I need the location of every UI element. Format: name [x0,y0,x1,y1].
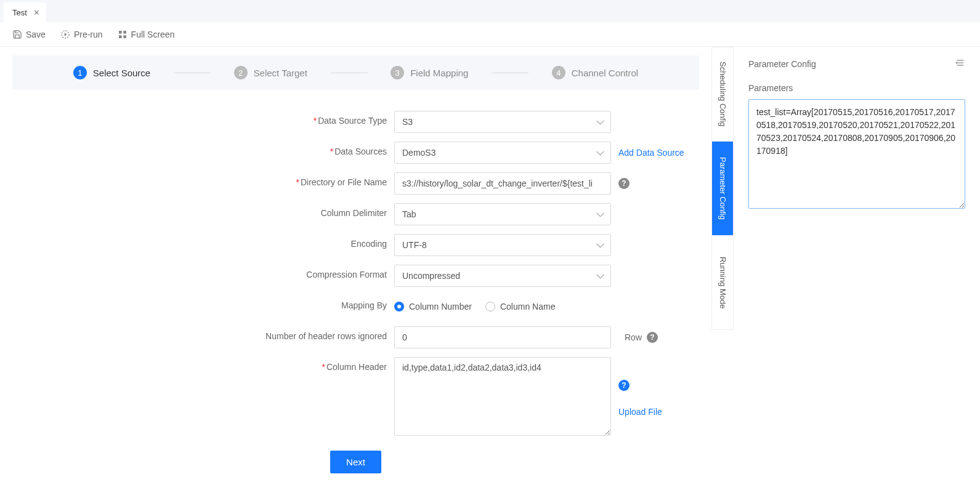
panel-title: Parameter Config [748,59,816,69]
stepper: 1 Select Source 2 Select Target 3 Field … [12,55,699,90]
svg-rect-3 [123,31,126,34]
tab-bar: Test ✕ [0,0,980,22]
parameter-config-panel: Parameter Config Parameters test_list=Ar… [734,47,980,490]
prerun-label: Pre-run [74,30,103,39]
label-header-rows: Number of header rows ignored [12,326,394,341]
save-button[interactable]: Save [12,30,46,39]
vtab-scheduling-config[interactable]: Scheduling Config [712,47,733,142]
data-sources-select[interactable]: DemoS3 [394,142,611,164]
tab-title: Test [12,8,27,17]
fullscreen-label: Full Screen [131,30,175,39]
help-icon[interactable]: ? [618,380,630,391]
radio-dot-icon [485,302,495,311]
content-area: 1 Select Source 2 Select Target 3 Field … [0,47,711,490]
collapse-icon[interactable] [955,58,965,70]
step-label-3: Field Mapping [410,68,468,78]
step-separator [492,73,528,73]
svg-rect-5 [123,35,126,38]
column-header-textarea[interactable]: id,type,data1,id2,data2,data3,id3,id4 [394,357,611,436]
fullscreen-icon [118,30,128,39]
parameters-textarea[interactable]: test_list=Array[20170515,20170516,201705… [748,99,965,209]
save-icon [12,30,22,39]
radio-column-name[interactable]: Column Name [485,302,555,311]
vtab-running-mode[interactable]: Running Mode [712,236,733,329]
prerun-icon [60,30,70,39]
prerun-button[interactable]: Pre-run [60,30,103,39]
step-separator [331,73,368,73]
next-button[interactable]: Next [330,451,381,473]
fullscreen-button[interactable]: Full Screen [118,30,175,39]
step-select-target[interactable]: 2 Select Target [234,66,307,79]
tab-test[interactable]: Test ✕ [4,2,46,22]
source-form: *Data Source Type S3 *Data Sources DemoS… [12,111,699,436]
step-num-4: 4 [552,66,565,79]
delimiter-select[interactable]: Tab [394,203,611,225]
step-select-source[interactable]: 1 Select Source [73,66,150,79]
data-source-type-select[interactable]: S3 [394,111,611,133]
label-data-source-type: *Data Source Type [12,111,394,126]
radio-dot-icon [394,302,404,311]
toolbar: Save Pre-run Full Screen [0,22,980,47]
save-label: Save [26,30,46,39]
label-data-sources: *Data Sources [12,142,394,156]
step-separator [174,73,211,73]
step-channel-control[interactable]: 4 Channel Control [552,66,638,79]
vtab-parameter-config[interactable]: Parameter Config [712,142,733,236]
svg-marker-1 [65,33,67,36]
label-compression: Compression Format [12,265,394,279]
add-data-source-link[interactable]: Add Data Source [618,148,684,158]
vertical-tabs: Scheduling Config Parameter Config Runni… [711,47,734,330]
main: 1 Select Source 2 Select Target 3 Field … [0,47,980,490]
label-column-header: *Column Header [12,357,394,372]
header-rows-input[interactable] [394,326,611,348]
step-field-mapping[interactable]: 3 Field Mapping [391,66,468,79]
directory-input[interactable] [394,172,611,195]
step-label-2: Select Target [254,68,307,78]
svg-rect-4 [119,35,122,38]
step-num-2: 2 [234,66,248,79]
label-directory: *Directory or File Name [12,172,394,187]
compression-select[interactable]: Uncompressed [394,265,611,287]
label-delimiter: Column Delimiter [12,203,394,218]
parameters-label: Parameters [748,83,965,93]
svg-rect-2 [119,31,122,34]
encoding-select[interactable]: UTF-8 [394,234,611,256]
mapping-radio-group: Column Number Column Name [394,295,555,318]
label-mapping: Mapping By [12,295,394,310]
label-encoding: Encoding [12,234,394,249]
close-icon[interactable]: ✕ [33,8,40,17]
step-num-1: 1 [73,66,87,79]
step-num-3: 3 [391,66,404,79]
step-label-4: Channel Control [572,68,638,78]
step-label-1: Select Source [93,68,150,78]
upload-file-link[interactable]: Upload File [618,407,662,417]
help-icon[interactable]: ? [647,332,658,343]
radio-column-number[interactable]: Column Number [394,302,472,311]
row-suffix: Row ? [625,332,658,343]
help-icon[interactable]: ? [618,178,630,189]
